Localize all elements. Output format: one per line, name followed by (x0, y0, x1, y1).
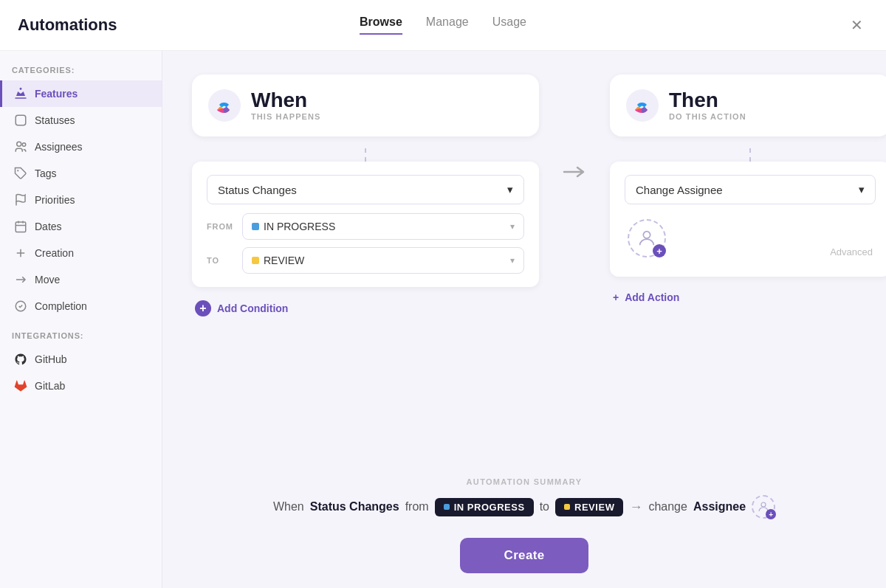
tab-browse[interactable]: Browse (360, 15, 402, 35)
sidebar-item-label: Dates (35, 221, 62, 232)
chevron-down-icon: ▾ (859, 183, 865, 196)
completion-icon (14, 300, 27, 313)
sidebar-item-label: Priorities (35, 194, 75, 206)
close-button[interactable]: ✕ (845, 13, 868, 37)
move-icon (14, 273, 27, 286)
sidebar-item-label: Statuses (35, 114, 75, 126)
then-box: Change Assignee ▾ + (610, 162, 886, 277)
automation-summary: When Status Changes from IN PROGRESS to … (162, 495, 886, 530)
sidebar-item-features[interactable]: Features (0, 80, 162, 107)
add-action-label: Add Action (625, 291, 679, 303)
summary-status-changes: Status Changes (310, 500, 399, 513)
dates-icon (14, 220, 27, 233)
summary-in-progress-pill: IN PROGRESS (435, 498, 534, 516)
then-section: Then DO THIS ACTION Change Assignee (610, 75, 886, 309)
summary-avatar: + (752, 495, 775, 519)
summary-from: from (405, 500, 429, 513)
create-button[interactable]: Create (460, 538, 589, 573)
when-title: When (251, 90, 321, 111)
plus-circle-icon: + (195, 300, 211, 317)
integrations-label: INTEGRATIONS: (0, 331, 162, 346)
add-action-button[interactable]: + Add Action (610, 286, 886, 309)
sidebar-item-tags[interactable]: Tags (0, 160, 162, 187)
arrow-connector (563, 75, 586, 181)
assignees-icon (14, 140, 27, 153)
sidebar-item-gitlab[interactable]: GitLab (0, 373, 162, 399)
plus-circle-icon: + (613, 291, 619, 303)
then-card: Then DO THIS ACTION (610, 75, 886, 136)
summary-assignee: Assignee (693, 500, 746, 513)
advanced-avatar[interactable]: + (628, 219, 666, 257)
sidebar-item-dates[interactable]: Dates (0, 213, 162, 240)
sidebar-item-creation[interactable]: Creation (0, 240, 162, 266)
sidebar-item-label: Features (35, 88, 78, 100)
svg-point-13 (761, 502, 766, 507)
svg-rect-0 (16, 115, 26, 125)
tab-usage[interactable]: Usage (492, 15, 526, 35)
sidebar-item-label: Completion (35, 300, 87, 312)
summary-plus-icon: + (766, 509, 776, 519)
summary-when: When (273, 500, 304, 513)
sidebar-item-label: GitHub (35, 353, 67, 365)
condition-box: Status Changes ▾ FROM IN PROGRESS (192, 162, 539, 287)
priorities-icon (14, 193, 27, 207)
advanced-text: Advanced (830, 246, 873, 257)
sidebar-item-label: Creation (35, 247, 74, 259)
automation-summary-label: AUTOMATION SUMMARY (162, 477, 886, 486)
crown-icon (14, 87, 27, 100)
svg-point-3 (17, 170, 18, 171)
statuses-icon (14, 114, 27, 127)
to-dot (252, 257, 259, 264)
change-assignee-label: Change Assignee (636, 184, 723, 196)
tab-manage[interactable]: Manage (426, 15, 469, 35)
to-select[interactable]: REVIEW ▾ (242, 247, 524, 274)
sidebar-item-label: Tags (35, 167, 57, 179)
summary-review-pill: REVIEW (555, 498, 623, 516)
add-condition-label: Add Condition (217, 302, 288, 314)
svg-point-2 (22, 143, 26, 147)
from-select[interactable]: IN PROGRESS ▾ (242, 213, 524, 240)
svg-rect-5 (16, 222, 26, 232)
when-logo (208, 89, 241, 122)
creation-icon (14, 246, 27, 260)
when-section: When THIS HAPPENS Status Changes (192, 75, 539, 321)
summary-in-progress: IN PROGRESS (454, 502, 525, 513)
in-progress-dot (444, 504, 450, 510)
avatar-plus-icon: + (653, 244, 666, 257)
when-subtitle: THIS HAPPENS (251, 112, 321, 121)
summary-to: to (540, 500, 549, 513)
categories-label: CATEGORIES: (0, 66, 162, 80)
status-changes-select[interactable]: Status Changes ▾ (207, 175, 524, 204)
sidebar-item-label: Move (35, 274, 60, 286)
sidebar-item-completion[interactable]: Completion (0, 293, 162, 319)
to-value: REVIEW (264, 255, 304, 266)
chevron-down-icon: ▾ (507, 183, 513, 196)
when-card: When THIS HAPPENS (192, 75, 539, 136)
add-condition-button[interactable]: + Add Condition (192, 296, 539, 321)
from-value: IN PROGRESS (264, 221, 335, 232)
summary-change: change (648, 500, 687, 513)
to-label: TO (207, 256, 235, 265)
from-dot (252, 223, 259, 230)
status-changes-label: Status Changes (218, 184, 297, 196)
sidebar-item-priorities[interactable]: Priorities (0, 187, 162, 213)
change-assignee-select[interactable]: Change Assignee ▾ (625, 175, 876, 204)
summary-review: REVIEW (574, 502, 614, 513)
then-subtitle: DO THIS ACTION (669, 112, 746, 121)
then-logo (626, 89, 659, 122)
tags-icon (14, 167, 27, 180)
summary-arrow-icon: → (629, 499, 642, 515)
sidebar-item-move[interactable]: Move (0, 266, 162, 293)
sidebar-item-label: GitLab (35, 380, 65, 392)
chevron-down-icon: ▾ (510, 255, 515, 266)
sidebar-item-statuses[interactable]: Statuses (0, 107, 162, 134)
sidebar-item-assignees[interactable]: Assignees (0, 134, 162, 160)
github-icon (14, 353, 27, 366)
gitlab-icon (14, 379, 27, 392)
sidebar-item-label: Assignees (35, 141, 83, 153)
footer: Create (162, 530, 886, 588)
sidebar-item-github[interactable]: GitHub (0, 346, 162, 373)
svg-point-12 (643, 232, 650, 238)
sidebar: CATEGORIES: Features Statuses Assignees (0, 51, 162, 588)
chevron-down-icon: ▾ (510, 221, 515, 232)
